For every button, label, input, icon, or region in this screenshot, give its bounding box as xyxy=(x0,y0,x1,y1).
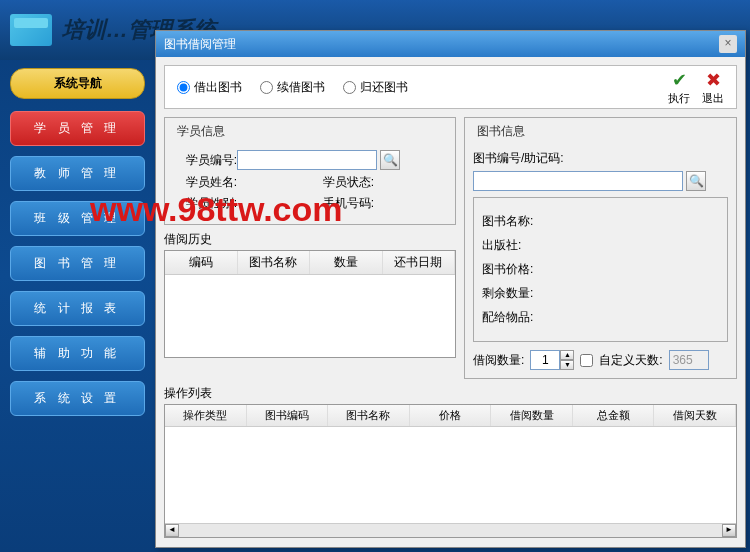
execute-button[interactable]: ✔ 执行 xyxy=(668,69,690,106)
book-name-label: 图书名称: xyxy=(482,213,533,230)
ops-col-total[interactable]: 总金额 xyxy=(573,405,655,426)
nav-header: 系统导航 xyxy=(10,68,145,99)
student-name-label: 学员姓名: xyxy=(173,174,237,191)
ops-col-qty[interactable]: 借阅数量 xyxy=(491,405,573,426)
history-col-return[interactable]: 还书日期 xyxy=(383,251,456,274)
scroll-left-icon[interactable]: ◄ xyxy=(165,524,179,537)
borrow-qty-input[interactable] xyxy=(530,350,560,370)
close-icon[interactable]: × xyxy=(719,35,737,53)
ops-col-code[interactable]: 图书编码 xyxy=(247,405,329,426)
book-remain-label: 剩余数量: xyxy=(482,285,533,302)
history-col-code[interactable]: 编码 xyxy=(165,251,238,274)
check-icon: ✔ xyxy=(672,69,687,91)
history-col-name[interactable]: 图书名称 xyxy=(238,251,311,274)
exit-button[interactable]: ✖ 退出 xyxy=(702,69,724,106)
radio-return[interactable]: 归还图书 xyxy=(343,79,408,96)
scroll-right-icon[interactable]: ► xyxy=(722,524,736,537)
book-code-input[interactable] xyxy=(473,171,683,191)
toolbar: 借出图书 续借图书 归还图书 ✔ 执行 ✖ 退出 xyxy=(164,65,737,109)
dialog-title: 图书借阅管理 xyxy=(164,36,236,53)
ops-col-type[interactable]: 操作类型 xyxy=(165,405,247,426)
sidebar: 系统导航 学 员 管 理 教 师 管 理 班 级 管 理 图 书 管 理 统 计… xyxy=(0,60,155,434)
nav-teacher[interactable]: 教 师 管 理 xyxy=(10,156,145,191)
app-logo-icon xyxy=(10,14,52,46)
history-grid: 编码 图书名称 数量 还书日期 xyxy=(164,250,456,358)
student-gender-label: 学员性别: xyxy=(173,195,237,212)
history-col-qty[interactable]: 数量 xyxy=(310,251,383,274)
ops-col-name[interactable]: 图书名称 xyxy=(328,405,410,426)
book-search-button[interactable]: 🔍 xyxy=(686,171,706,191)
spin-down-icon[interactable]: ▼ xyxy=(560,360,574,370)
history-legend: 借阅历史 xyxy=(164,231,456,248)
student-id-input[interactable] xyxy=(237,150,377,170)
book-items-label: 配给物品: xyxy=(482,309,533,326)
student-fieldset: 学员信息 学员编号: 🔍 学员姓名: 学员状态: 学员性别: 手机号码: xyxy=(164,117,456,225)
book-price-label: 图书价格: xyxy=(482,261,533,278)
spin-up-icon[interactable]: ▲ xyxy=(560,350,574,360)
ops-scrollbar: ◄ ► xyxy=(165,523,736,537)
custom-days-label: 自定义天数: xyxy=(599,352,662,369)
radio-renew[interactable]: 续借图书 xyxy=(260,79,325,96)
history-body[interactable] xyxy=(165,275,455,357)
custom-days-checkbox[interactable] xyxy=(580,354,593,367)
book-code-label: 图书编号/助记码: xyxy=(473,150,564,167)
student-search-button[interactable]: 🔍 xyxy=(380,150,400,170)
ops-col-price[interactable]: 价格 xyxy=(410,405,492,426)
custom-days-input xyxy=(669,350,709,370)
nav-report[interactable]: 统 计 报 表 xyxy=(10,291,145,326)
scroll-track[interactable] xyxy=(179,524,722,537)
nav-book[interactable]: 图 书 管 理 xyxy=(10,246,145,281)
ops-col-days[interactable]: 借阅天数 xyxy=(654,405,736,426)
nav-student[interactable]: 学 员 管 理 xyxy=(10,111,145,146)
radio-borrow[interactable]: 借出图书 xyxy=(177,79,242,96)
book-publisher-label: 出版社: xyxy=(482,237,521,254)
ops-grid: 操作类型 图书编码 图书名称 价格 借阅数量 总金额 借阅天数 ◄ ► xyxy=(164,404,737,538)
search-icon: 🔍 xyxy=(689,174,704,188)
ops-legend: 操作列表 xyxy=(164,385,737,402)
ops-body[interactable] xyxy=(165,427,736,523)
close-x-icon: ✖ xyxy=(706,69,721,91)
student-id-label: 学员编号: xyxy=(173,152,237,169)
book-info-box: 图书名称: 出版社: 图书价格: 剩余数量: 配给物品: xyxy=(473,197,728,342)
student-status-label: 学员状态: xyxy=(310,174,374,191)
student-phone-label: 手机号码: xyxy=(310,195,374,212)
nav-class[interactable]: 班 级 管 理 xyxy=(10,201,145,236)
nav-aux[interactable]: 辅 助 功 能 xyxy=(10,336,145,371)
dialog-book-borrow: 图书借阅管理 × 借出图书 续借图书 归还图书 ✔ 执行 ✖ 退出 学员信息 学… xyxy=(155,30,746,548)
book-fieldset: 图书信息 图书编号/助记码: 🔍 图书名称: 出版社: 图书价格: 剩余数量: … xyxy=(464,117,737,379)
borrow-qty-label: 借阅数量: xyxy=(473,352,524,369)
nav-settings[interactable]: 系 统 设 置 xyxy=(10,381,145,416)
search-icon: 🔍 xyxy=(383,153,398,167)
